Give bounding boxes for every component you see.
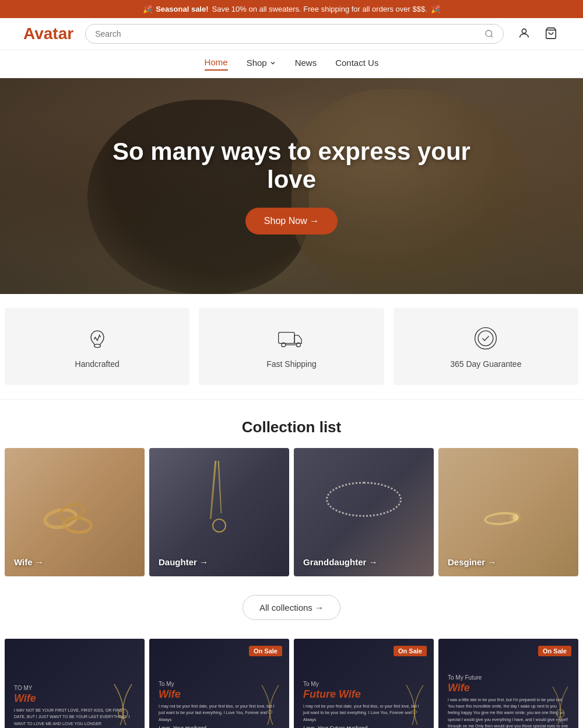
announcement-icon-right: 🎉 [431, 5, 440, 13]
fast-shipping-icon [278, 324, 305, 352]
collection-wife-label: Wife → [14, 557, 44, 567]
product-card-2[interactable]: On Sale To My Wife I may not be your fir… [149, 639, 289, 728]
collection-designer-label: Desginer → [448, 557, 496, 567]
feature-fast-shipping: Fast Shipping [199, 308, 384, 385]
product-image-1: TO MY Wife I MAY NOT BE YOUR FIRST LOVE,… [5, 639, 145, 728]
product-grid: TO MY Wife I MAY NOT BE YOUR FIRST LOVE,… [0, 639, 583, 728]
collection-card-daughter[interactable]: Daughter → [149, 448, 289, 576]
product-card-3[interactable]: On Sale To My Future Wife I may not be y… [294, 639, 434, 728]
hero-title: So many ways to express your love [87, 138, 496, 194]
hero-content: So many ways to express your love Shop N… [87, 138, 496, 235]
collection-card-designer[interactable]: Desginer → [438, 448, 578, 576]
product-card-1[interactable]: TO MY Wife I MAY NOT BE YOUR FIRST LOVE,… [5, 639, 145, 728]
svg-line-1 [491, 36, 493, 37]
product-image-3: On Sale To My Future Wife I may not be y… [294, 639, 434, 728]
account-button[interactable] [515, 24, 533, 44]
svg-rect-5 [279, 332, 294, 344]
nav-item-home[interactable]: Home [205, 57, 228, 71]
product-signature-3: Love, Your Future Husband [303, 725, 367, 728]
product-image-2: On Sale To My Wife I may not be your fir… [149, 639, 289, 728]
product-to-3: To My [303, 681, 319, 687]
collection-grid: Wife → Daughter → Granddaughter → [0, 448, 583, 590]
guarantee-icon [472, 324, 500, 352]
product-to-4: To My Future [448, 674, 482, 681]
svg-point-10 [478, 331, 493, 346]
announcement-icon-left: 🎉 [143, 5, 152, 13]
on-sale-badge-3: On Sale [394, 646, 427, 656]
product-image-4: On Sale To My Future Wife I was a little… [438, 639, 578, 728]
collection-daughter-label: Daughter → [159, 557, 208, 567]
all-collections-button[interactable]: All collections → [243, 595, 340, 620]
announcement-sale-label: Seasonal sale! [156, 5, 208, 13]
product-to-2: To My [159, 681, 174, 687]
shop-now-button[interactable]: Shop Now → [245, 208, 338, 235]
main-nav: Home Shop News Contact Us [0, 50, 583, 78]
logo[interactable]: Avatar [23, 24, 73, 43]
announcement-message: Save 10% on all sweaters. Free shipping … [212, 5, 427, 13]
on-sale-badge-4: On Sale [538, 646, 571, 656]
on-sale-badge-2: On Sale [249, 646, 282, 656]
collection-card-wife[interactable]: Wife → [5, 448, 145, 576]
nav-item-shop[interactable]: Shop [247, 57, 276, 71]
product-name-3: Future Wife [303, 688, 361, 701]
svg-point-0 [486, 30, 492, 37]
search-icon [484, 29, 494, 38]
product-card-4[interactable]: On Sale To My Future Wife I was a little… [438, 639, 578, 728]
guarantee-label: 365 Day Guarantee [450, 359, 521, 369]
fast-shipping-label: Fast Shipping [266, 359, 317, 369]
product-name-2: Wife [159, 688, 181, 701]
user-icon [518, 27, 531, 40]
features-section: Handcrafted Fast Shipping 365 Day Guaran… [0, 294, 583, 400]
chevron-down-icon [269, 60, 276, 66]
search-bar-container [85, 24, 504, 44]
search-input[interactable] [95, 29, 480, 38]
feature-handcrafted: Handcrafted [5, 308, 189, 385]
collection-section-title: Collection list [0, 400, 583, 448]
header-icons [515, 24, 560, 44]
product-name-4: Wife [448, 682, 470, 694]
handcrafted-label: Handcrafted [75, 359, 120, 369]
product-to-1: TO MY [14, 685, 32, 691]
collection-card-granddaughter[interactable]: Granddaughter → [294, 448, 434, 576]
header: Avatar [0, 18, 583, 50]
product-name-1: Wife [14, 692, 36, 705]
product-signature-2: Love, Your Husband [159, 725, 206, 728]
nav-item-contact[interactable]: Contact Us [335, 57, 378, 71]
feature-guarantee: 365 Day Guarantee [394, 308, 578, 385]
cart-icon [545, 27, 557, 40]
hero-section: So many ways to express your love Shop N… [0, 78, 583, 294]
announcement-bar: 🎉 Seasonal sale! Save 10% on all sweater… [0, 0, 583, 18]
svg-point-2 [522, 29, 526, 33]
handcrafted-icon [83, 324, 111, 352]
nav-item-news[interactable]: News [295, 57, 317, 71]
all-collections-wrapper: All collections → [0, 590, 583, 639]
cart-button[interactable] [542, 24, 560, 44]
collection-granddaughter-label: Granddaughter → [303, 557, 378, 567]
svg-point-4 [94, 344, 100, 348]
